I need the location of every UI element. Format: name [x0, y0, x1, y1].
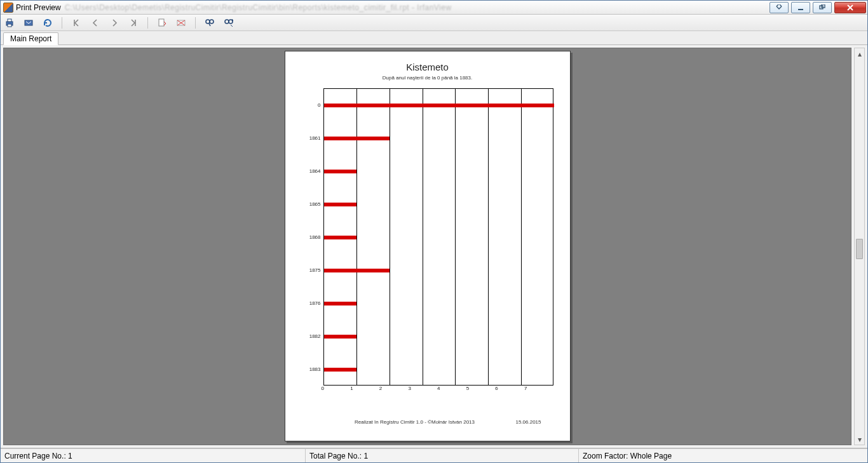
- chart-gridline: [521, 89, 522, 385]
- chart-x-tick: 0: [322, 386, 351, 391]
- window-path-blurred: C:\Users\Desktop\Demetis\RegistruCimitir…: [65, 3, 452, 12]
- chart-bar: [324, 335, 357, 339]
- status-total-page: Total Page No.: 1: [306, 449, 579, 462]
- next-page-icon[interactable]: [109, 18, 119, 28]
- svg-rect-8: [25, 20, 32, 25]
- chart-x-tick: 2: [379, 386, 409, 391]
- find-icon[interactable]: [205, 18, 215, 28]
- close-button[interactable]: [834, 2, 866, 13]
- chart-gridline: [455, 89, 456, 385]
- app-window: Print Preview C:\Users\Desktop\Demetis\R…: [0, 0, 868, 463]
- chart-gridline: [488, 89, 489, 385]
- chart-bar: [324, 236, 357, 239]
- chart-x-tick: 7: [524, 386, 553, 391]
- svg-point-13: [206, 20, 210, 23]
- chart-x-labels: 01234567: [323, 386, 553, 391]
- report-credit: Realizat în Registru Cimitir 1.0 - ©Moln…: [355, 419, 475, 425]
- chart-bar: [324, 170, 357, 173]
- report-page: Kistemeto După anul naşterii de la 0 pân…: [285, 51, 571, 441]
- chart-x-tick: 3: [408, 386, 437, 391]
- chart-y-tick: 0: [302, 88, 323, 121]
- chart-y-tick: 1861: [302, 121, 323, 154]
- report-footer: Realizat în Registru Cimitir 1.0 - ©Moln…: [285, 419, 570, 425]
- report-canvas[interactable]: Kistemeto După anul naşterii de la 0 pân…: [3, 48, 851, 445]
- refresh-icon[interactable]: [43, 18, 53, 28]
- chart-bar: [324, 104, 554, 107]
- report-title: Kistemeto: [406, 62, 449, 72]
- chart-y-tick: 1882: [302, 319, 323, 352]
- tab-main-report[interactable]: Main Report: [3, 32, 58, 45]
- statusbar: Current Page No.: 1 Total Page No.: 1 Zo…: [1, 448, 867, 462]
- window-title: Print Preview: [16, 3, 61, 12]
- toolbar: [1, 15, 867, 31]
- toolbar-separator: [62, 17, 62, 29]
- chart-y-tick: 1868: [302, 220, 323, 253]
- print-icon[interactable]: [4, 18, 15, 28]
- scroll-thumb[interactable]: [856, 239, 863, 259]
- chart-bar: [324, 368, 357, 372]
- stop-icon[interactable]: [176, 18, 186, 28]
- maximize-button[interactable]: [813, 2, 832, 13]
- chart-y-labels: 018611864186518681875187618821883: [302, 88, 323, 386]
- status-zoom-value: Whole Page: [630, 452, 672, 460]
- chart-bar: [324, 137, 390, 140]
- app-icon: [3, 3, 13, 13]
- export-icon[interactable]: [24, 18, 34, 28]
- chart-y-tick: 1875: [302, 253, 323, 286]
- titlebar: Print Preview C:\Users\Desktop\Demetis\R…: [1, 1, 867, 15]
- find-options-icon[interactable]: [224, 18, 234, 28]
- status-current-page-label: Current Page No.:: [4, 452, 66, 460]
- goto-page-icon[interactable]: [157, 18, 167, 28]
- chart-gridline: [356, 89, 357, 385]
- chart-plot-area: [323, 88, 553, 386]
- tabstrip: Main Report: [1, 31, 867, 45]
- chart-y-tick: 1864: [302, 154, 323, 187]
- status-current-page: Current Page No.: 1: [1, 449, 306, 462]
- status-total-page-value: 1: [363, 452, 368, 460]
- viewport: Kistemeto După anul naşterii de la 0 pân…: [1, 45, 867, 448]
- prev-page-icon[interactable]: [90, 18, 100, 28]
- chart-bar: [324, 203, 357, 206]
- report-subtitle: După anul naşterii de la 0 până la 1883.: [383, 75, 472, 81]
- chart-x-tick: 5: [466, 386, 496, 391]
- status-total-page-label: Total Page No.:: [309, 452, 362, 460]
- toolbar-separator: [195, 17, 196, 29]
- dropdown-button[interactable]: [770, 2, 789, 13]
- svg-line-15: [209, 23, 210, 26]
- chart-x-tick: 6: [495, 386, 524, 391]
- status-zoom: Zoom Factor: Whole Page: [579, 449, 867, 462]
- first-page-icon[interactable]: [71, 18, 81, 28]
- status-zoom-label: Zoom Factor:: [583, 452, 628, 460]
- chart: 018611864186518681875187618821883: [302, 88, 553, 386]
- svg-rect-9: [159, 19, 164, 26]
- svg-point-14: [210, 20, 214, 23]
- scroll-up-icon[interactable]: ▴: [855, 48, 864, 59]
- chart-gridline: [390, 89, 390, 385]
- vertical-scrollbar[interactable]: ▴ ▾: [854, 48, 865, 445]
- report-date: 15.06.2015: [515, 419, 541, 425]
- chart-x-tick: 4: [437, 386, 466, 391]
- svg-point-16: [225, 20, 229, 23]
- chart-gridline: [423, 89, 423, 385]
- chart-y-tick: 1876: [302, 286, 323, 319]
- last-page-icon[interactable]: [128, 18, 139, 28]
- chart-y-tick: 1883: [302, 352, 323, 386]
- minimize-button[interactable]: [791, 2, 810, 13]
- toolbar-separator: [147, 17, 148, 29]
- window-buttons: [770, 2, 867, 13]
- scroll-down-icon[interactable]: ▾: [855, 434, 864, 445]
- chart-y-tick: 1865: [302, 187, 323, 220]
- chart-x-tick: 1: [350, 386, 379, 391]
- status-current-page-value: 1: [68, 452, 72, 460]
- chart-bar: [324, 302, 357, 305]
- svg-rect-7: [8, 24, 11, 27]
- chart-bar: [324, 269, 390, 272]
- svg-rect-6: [8, 19, 11, 22]
